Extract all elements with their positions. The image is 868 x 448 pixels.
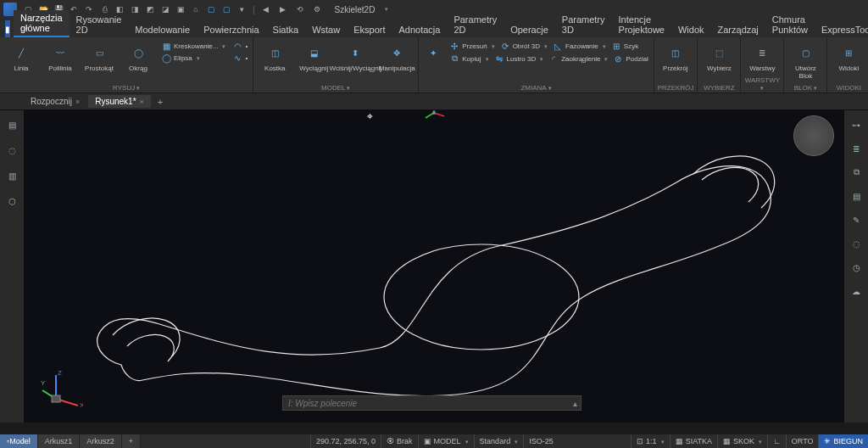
r-book-icon[interactable]: ▤ [849, 188, 864, 204]
ws-toggle-icon[interactable]: ⟲ [294, 3, 306, 15]
tool-obrot-3d[interactable]: ⟳Obrót 3D [498, 41, 549, 52]
layout-tab-arkusz1[interactable]: Arkusz1 [38, 434, 81, 448]
command-expand-icon[interactable]: ▴ [573, 399, 577, 408]
layout-tab-model[interactable]: ▫ Model [0, 434, 38, 448]
tool-linia[interactable]: ╱Linia [3, 39, 39, 73]
tool-polilinia[interactable]: 〰Polilinia [42, 39, 78, 73]
workspace-icon[interactable]: ⚙ [311, 3, 323, 15]
workspace-label[interactable]: Szkielet2D [335, 5, 376, 14]
toggle-orto[interactable]: ORTO [786, 434, 819, 448]
tool-widoki[interactable]: ⊞Widoki [831, 39, 866, 73]
tab-zarzadzaj[interactable]: Zarządzaj [711, 22, 765, 37]
status-scale[interactable]: ⊡1:1 [631, 434, 670, 448]
tool-kreskowanie[interactable]: ▦Kreskowanie... [159, 41, 227, 52]
ws-next-icon[interactable]: ▶ [277, 3, 289, 15]
r-scale-icon[interactable]: ⧉ [849, 165, 864, 180]
home-icon[interactable]: ⌂ [190, 3, 202, 15]
sidebar-panel-icon[interactable]: ▤ [4, 117, 19, 132]
tool-extra-1[interactable]: ◠• [231, 41, 249, 52]
r-clock-icon[interactable]: ◷ [849, 260, 864, 275]
panel-title-warstwy[interactable]: WARSTWY [745, 76, 780, 92]
app-menu-button[interactable]: ▮ [5, 20, 10, 37]
qat-dropdown-icon[interactable]: ▾ [236, 3, 248, 15]
tool-fazowanie[interactable]: ◺Fazowanie [551, 41, 608, 52]
ws-prev-icon[interactable]: ◀ [260, 3, 272, 15]
r-cloud-icon[interactable]: ☁ [849, 283, 864, 299]
r-layers-icon[interactable]: ≣ [849, 141, 864, 156]
tab-adnotacja[interactable]: Adnotacja [392, 22, 447, 37]
tab-rysowanie-2d[interactable]: Rysowanie 2D [70, 12, 129, 37]
tool-wcisnij-wyciagnij[interactable]: ⬍Wciśnij/Wyciągnij [335, 39, 376, 73]
command-line[interactable]: I: Wpisz polecenie ▴ [282, 395, 581, 411]
misc3-icon[interactable]: ◩ [144, 3, 156, 15]
tool-kopiuj[interactable]: ⧉Kopiuj [448, 53, 490, 64]
toggle-angle[interactable]: ∟ [767, 434, 786, 448]
layout-add-button[interactable]: + [122, 434, 141, 448]
panel-title-widoki[interactable]: WIDOKI [831, 83, 866, 92]
panel-title-zmiana[interactable]: ZMIANA [520, 84, 551, 92]
misc4-icon[interactable]: ◪ [159, 3, 171, 15]
close-icon[interactable]: × [140, 98, 144, 106]
sidebar-bulb-icon[interactable]: ◌ [4, 143, 19, 158]
sidebar-cube-icon[interactable]: ⬡ [4, 193, 19, 209]
tab-siatka[interactable]: Siatka [266, 22, 306, 37]
toggle-siatka[interactable]: ▦SIATKA [670, 434, 717, 448]
tool-elipsa[interactable]: ◯Elipsa [159, 53, 227, 64]
toggle-skok[interactable]: ▦SKOK [717, 434, 767, 448]
tool-warstwy[interactable]: ≣Warstwy [744, 39, 780, 73]
tab-wstaw[interactable]: Wstaw [305, 22, 347, 37]
tab-powierzchnia[interactable]: Powierzchnia [197, 22, 265, 37]
tab-widok[interactable]: Widok [671, 22, 711, 37]
r-edit-icon[interactable]: ✎ [849, 212, 864, 227]
tool-zaokraglenie[interactable]: ◜Zaokrąglenie [547, 53, 609, 64]
tool-manipulacja[interactable]: ✥Manipulacja [379, 39, 415, 73]
panel-title-model[interactable]: MODEL [321, 84, 350, 92]
add-document-button[interactable]: + [153, 97, 168, 107]
tab-parametry-3d[interactable]: Parametry 3D [555, 12, 612, 37]
tool-wyciagnij[interactable]: ⬓Wyciągnij [296, 39, 331, 73]
tool-blok[interactable]: ▢Utwórz Blok [787, 39, 823, 81]
status-pen[interactable]: ⦿Brak [381, 434, 418, 448]
layout-tab-arkusz2[interactable]: Arkusz2 [80, 434, 122, 448]
doc-tab-rysunek1[interactable]: Rysunek1*× [88, 95, 151, 108]
tab-eksport[interactable]: Eksport [347, 22, 392, 37]
tool-extra-2[interactable]: ∿• [231, 53, 249, 64]
workspace-dropdown-icon[interactable] [380, 3, 392, 15]
misc5-icon[interactable]: ▣ [175, 3, 186, 15]
tab-operacje[interactable]: Operacje [504, 22, 555, 37]
tool-kostka[interactable]: ◫Kostka [257, 39, 292, 73]
doc-tab-rozpocznij[interactable]: Rozpocznij× [24, 95, 86, 108]
sidebar-layers-icon[interactable]: ▥ [4, 168, 19, 183]
tool-podzial[interactable]: ⊘Podział [611, 53, 649, 64]
panel-title-blok[interactable]: BLOK [794, 84, 817, 92]
viewport[interactable]: ⌖ X Y Z I: Wpisz polecenie ▴ [24, 110, 844, 423]
search-icon[interactable]: ▢ [205, 3, 217, 15]
tool-gizmo[interactable]: ✦ [422, 39, 444, 64]
status-dim-style[interactable]: ISO-25 [523, 434, 559, 448]
r-settings-icon[interactable]: ⊶ [849, 117, 864, 132]
close-icon[interactable]: × [75, 98, 80, 106]
ucs-axis-widget[interactable]: X Y Z [41, 370, 83, 412]
tab-modelowanie[interactable]: Modelowanie [128, 22, 197, 37]
status-text-style[interactable]: Standard [474, 434, 524, 448]
panel-title-przekroj[interactable]: PRZEKRÓJ [658, 83, 694, 92]
tool-wybierz[interactable]: ⬚Wybierz [701, 39, 737, 73]
tab-chmura-punktow[interactable]: Chmura Punktów [765, 12, 815, 37]
tool-przesun[interactable]: ✢Przesuń [448, 41, 496, 52]
tool-prostokat[interactable]: ▭Prostokąt [81, 39, 117, 73]
tool-lustro-3d[interactable]: ⇋Lustro 3D [492, 53, 546, 64]
tab-expresstools[interactable]: ExpressTools [815, 22, 868, 37]
panel-title-rysuj[interactable]: RYSUJ [113, 84, 140, 92]
panel-title-wybierz[interactable]: WYBIERZ [701, 83, 737, 92]
tab-narzedzia-glowne[interactable]: Narzędzia główne [14, 10, 70, 37]
r-light-icon[interactable]: ◌ [849, 236, 864, 251]
toggle-biegun[interactable]: ✳BIEGUN [818, 434, 868, 448]
tab-intencje[interactable]: Intencje Projektowe [612, 12, 671, 37]
tool-przekroj[interactable]: ◫Przekrój [658, 39, 693, 73]
status-space[interactable]: ▣MODEL [418, 434, 474, 448]
tool-szyk[interactable]: ⊞Szyk [609, 41, 640, 52]
tab-parametry-2d[interactable]: Parametry 2D [447, 12, 504, 37]
misc2-icon[interactable]: ◨ [129, 3, 141, 15]
share-icon[interactable]: ▢ [220, 3, 232, 15]
tool-okrag[interactable]: ◯Okrąg [120, 39, 156, 73]
